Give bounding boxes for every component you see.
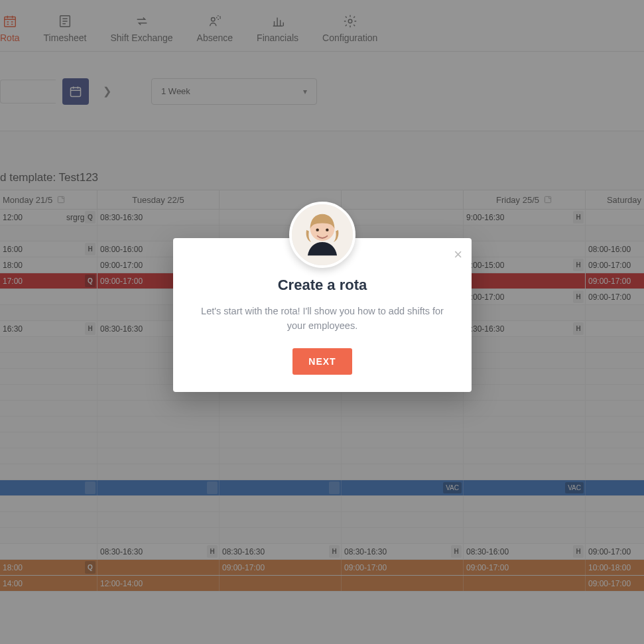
close-icon: × xyxy=(454,246,462,263)
onboarding-modal: × Create a rota Let's start with the rot… xyxy=(173,238,472,392)
modal-body: Let's start with the rota! I'll show you… xyxy=(197,304,448,334)
modal-close-button[interactable]: × xyxy=(454,247,462,262)
modal-title: Create a rota xyxy=(173,277,472,294)
modal-next-button[interactable]: NEXT xyxy=(292,348,352,375)
guide-avatar xyxy=(289,202,355,268)
svg-point-10 xyxy=(316,228,318,231)
svg-point-11 xyxy=(326,228,328,231)
